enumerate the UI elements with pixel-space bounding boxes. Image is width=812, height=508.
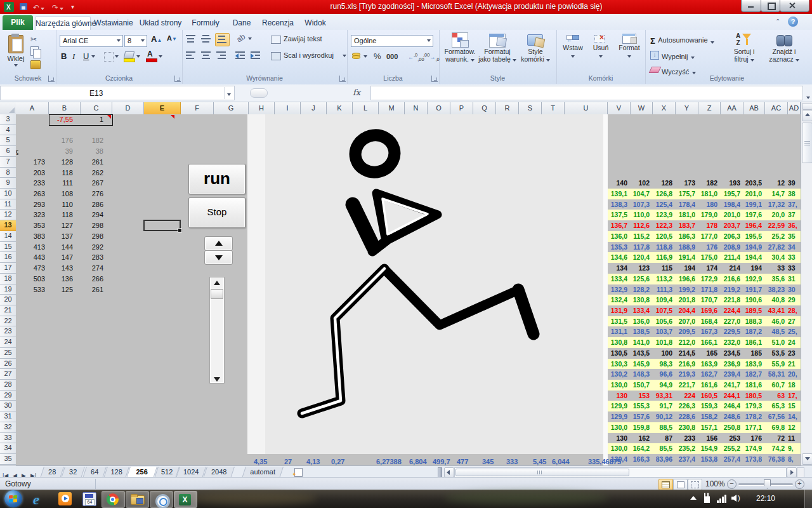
cell[interactable]: 36, — [788, 220, 801, 231]
cell[interactable]: 209,5 — [676, 326, 695, 337]
tray-clock[interactable]: 22:10 — [756, 494, 775, 503]
column-header-R[interactable]: R — [496, 102, 519, 115]
cell[interactable]: 179,3 — [743, 401, 762, 411]
column-header-O[interactable]: O — [428, 102, 450, 115]
cell[interactable]: 136,7 — [608, 220, 627, 231]
taskbar-dosbox64-icon[interactable]: 64 — [82, 492, 96, 506]
cell[interactable]: 60,7 — [765, 380, 785, 391]
cell[interactable]: 208,9 — [721, 242, 740, 253]
cell[interactable]: 35,6 — [765, 274, 785, 284]
font-color-dropdown-icon[interactable] — [159, 55, 162, 58]
cell[interactable]: 183,9 — [743, 359, 762, 370]
cell[interactable]: 241,7 — [721, 380, 740, 391]
align-center-icon[interactable] — [201, 51, 212, 60]
copy-icon[interactable] — [30, 46, 39, 56]
cell[interactable]: 133,4 — [608, 274, 627, 284]
cell[interactable]: 105,6 — [653, 316, 672, 327]
cell[interactable]: 443 — [16, 252, 45, 263]
tab-uklad-strony[interactable]: Układ strony — [137, 17, 184, 30]
cell[interactable]: 138,3 — [608, 199, 627, 210]
cell[interactable]: 176 — [49, 135, 73, 146]
cell[interactable]: 23 — [788, 348, 801, 359]
cell[interactable]: 201,0 — [743, 189, 762, 199]
maximize-button[interactable] — [761, 0, 780, 12]
cell[interactable]: 216,6 — [721, 274, 740, 284]
cell[interactable]: 248,6 — [721, 411, 740, 422]
cell[interactable]: 180,5 — [743, 391, 762, 401]
cell[interactable]: 154,9 — [698, 443, 717, 454]
vertical-scrollbar[interactable] — [801, 102, 812, 465]
cell[interactable]: 191,4 — [676, 252, 695, 263]
format-painter-icon[interactable] — [30, 60, 41, 69]
cell[interactable]: 187,2 — [743, 326, 762, 337]
cell[interactable]: 261 — [81, 284, 103, 295]
cell[interactable]: 118,8 — [653, 242, 672, 253]
cell[interactable]: 37, — [788, 199, 801, 210]
cell-cursor-E13[interactable] — [143, 220, 181, 231]
cell[interactable]: 196,4 — [743, 220, 762, 231]
row-header-8[interactable]: 8 — [0, 168, 16, 178]
cell[interactable]: 135,3 — [608, 242, 627, 253]
row-header-14[interactable]: 14 — [0, 231, 16, 242]
cell[interactable]: 83,96 — [653, 454, 672, 465]
cell[interactable]: 85,5 — [653, 443, 672, 454]
row-header-31[interactable]: 31 — [0, 411, 16, 422]
cell[interactable]: 120,4 — [631, 252, 650, 263]
cell[interactable]: 96,6 — [653, 369, 672, 380]
orientation-dropdown-icon[interactable] — [248, 37, 252, 40]
cell[interactable]: 157,6 — [631, 411, 650, 422]
row-header-12[interactable]: 12 — [0, 210, 16, 220]
tab-narzedzia-glowne[interactable]: Narzędzia główne — [35, 17, 91, 30]
cell[interactable]: 211,4 — [721, 252, 740, 263]
column-header-A[interactable]: A — [16, 102, 49, 115]
insert-worksheet-button[interactable]: ✦ — [292, 467, 304, 477]
cell[interactable]: 206,3 — [721, 231, 740, 242]
row-header-9[interactable]: 9 — [0, 178, 16, 189]
cell[interactable]: 161,6 — [698, 380, 717, 391]
column-header-M[interactable]: M — [379, 102, 405, 115]
cell[interactable]: 219,3 — [676, 369, 695, 380]
cell[interactable]: 204,4 — [676, 305, 695, 316]
h-scroll-left-button[interactable] — [444, 467, 454, 478]
cell[interactable]: 323 — [16, 210, 45, 220]
run-button[interactable]: run — [188, 164, 246, 194]
row-header-21[interactable]: 21 — [0, 305, 16, 316]
borders-dropdown-icon[interactable] — [115, 55, 119, 58]
cell[interactable]: 38,23 — [765, 284, 785, 295]
cell[interactable]: 230,8 — [676, 422, 695, 433]
cell[interactable]: 110 — [49, 199, 73, 210]
font-size-combo[interactable]: 8 — [124, 35, 147, 47]
column-header-H[interactable]: H — [249, 102, 275, 115]
column-header-D[interactable]: D — [112, 102, 144, 115]
percent-style-button[interactable]: % — [374, 51, 381, 61]
row-header-19[interactable]: 19 — [0, 284, 16, 295]
cell[interactable]: 137,5 — [608, 210, 627, 220]
formula-bar-splitter[interactable] — [250, 88, 268, 98]
autosum-button[interactable]: Σ Autosumowanie — [650, 35, 714, 46]
help-icon[interactable]: ? — [788, 17, 798, 27]
row-header-4[interactable]: 4 — [0, 125, 16, 136]
cell[interactable]: 173 — [16, 157, 45, 168]
cell[interactable]: 214 — [721, 263, 740, 274]
cell[interactable]: 177,1 — [743, 422, 762, 433]
cell[interactable]: 235,2 — [676, 443, 695, 454]
cell[interactable]: 233 — [676, 433, 695, 444]
cell[interactable]: 63 — [765, 391, 785, 401]
cell[interactable]: 21 — [788, 359, 801, 370]
cell[interactable]: 27,82 — [765, 242, 785, 253]
cell[interactable]: 214,5 — [676, 348, 695, 359]
cell[interactable]: 28, — [788, 305, 801, 316]
cell[interactable]: 122,3 — [653, 220, 672, 231]
cell[interactable]: 115,2 — [631, 231, 650, 242]
fill-button[interactable]: ↓ Wypełnij — [650, 50, 695, 62]
cell[interactable]: 116,9 — [653, 252, 672, 263]
cell[interactable]: 159,8 — [631, 422, 650, 433]
column-header-G[interactable]: G — [214, 102, 249, 115]
cell[interactable]: 168,4 — [698, 316, 717, 327]
align-right-icon[interactable] — [216, 51, 227, 60]
cell[interactable]: 129,9 — [608, 401, 627, 411]
cell[interactable]: 185 — [743, 348, 762, 359]
view-normal-button[interactable] — [658, 479, 673, 490]
row-header-11[interactable]: 11 — [0, 199, 16, 210]
cell[interactable]: 164,2 — [631, 443, 650, 454]
